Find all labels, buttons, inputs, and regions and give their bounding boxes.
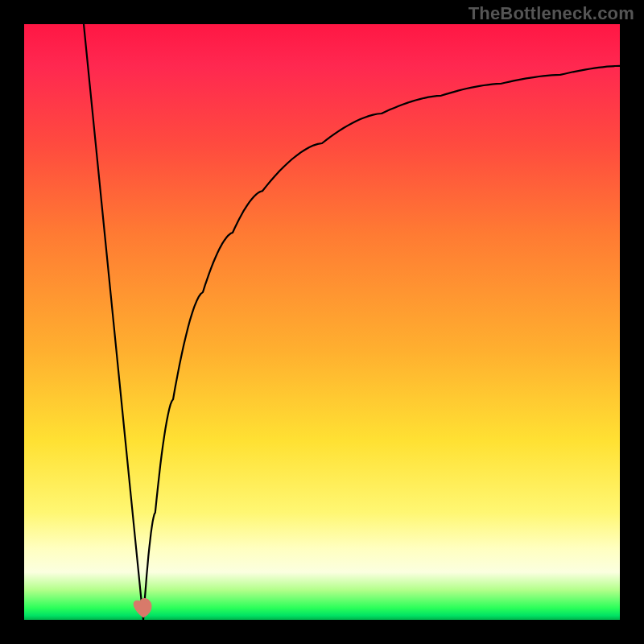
chart-overlay [24,24,620,620]
curve-left-branch [84,24,143,620]
watermark-text: TheBottleneck.com [469,3,634,24]
chart-frame: TheBottleneck.com [0,0,644,644]
plot-area [24,24,620,620]
curve-right-branch [143,66,620,620]
min-point-marker [134,599,151,617]
